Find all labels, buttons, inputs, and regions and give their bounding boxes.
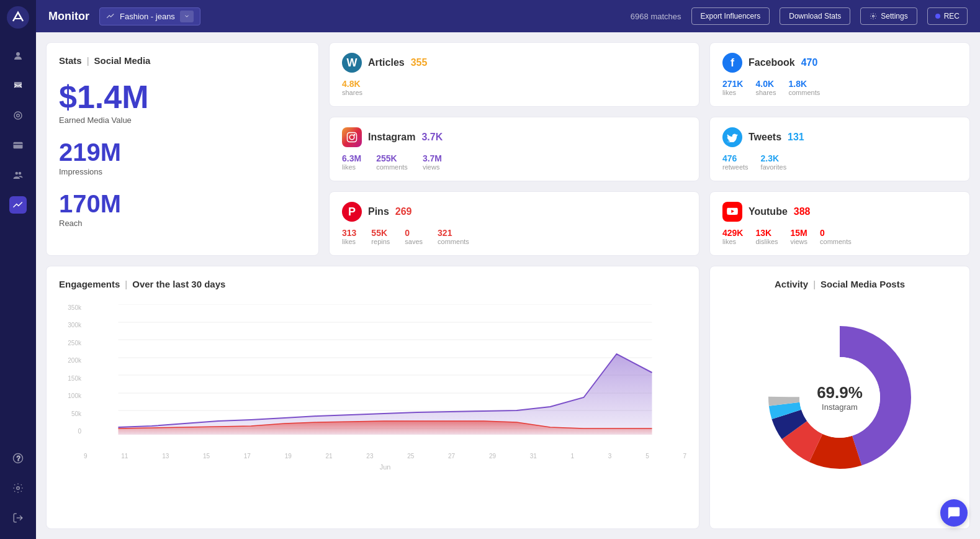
reach-label: Reach [59, 219, 306, 228]
donut-percentage: 69.9% [817, 383, 863, 402]
engagements-title: Engagements [59, 279, 120, 289]
svg-point-9 [17, 487, 20, 490]
campaign-selector[interactable]: Fashion - jeans [99, 7, 200, 25]
articles-count: 355 [411, 57, 428, 68]
pins-card: P Pins 269 313 likes 55K repins [329, 191, 699, 256]
chat-button[interactable] [940, 499, 968, 527]
youtube-header: Youtube 388 [722, 202, 957, 222]
facebook-icon: f [722, 53, 742, 73]
youtube-stats: 429K likes 13K dislikes 15M views 0 [722, 228, 957, 245]
instagram-stats: 6.3M likes 255K comments 3.7M views [342, 153, 686, 171]
twitter-icon [722, 127, 742, 147]
svg-rect-12 [348, 133, 357, 142]
youtube-name: Youtube [748, 206, 788, 217]
pins-likes: 313 likes [342, 228, 356, 245]
articles-stats: 4.8K shares [342, 79, 686, 96]
youtube-card: Youtube 388 429K likes 13K dislikes [709, 191, 970, 256]
x-axis-period: Jun [84, 463, 686, 471]
engagements-header: Engagements | Over the last 30 days [59, 279, 686, 289]
sidebar-item-monitor[interactable] [9, 196, 27, 214]
instagram-count: 3.7K [421, 132, 443, 143]
instagram-comments: 255K comments [376, 153, 408, 171]
sidebar-item-profile[interactable] [9, 47, 27, 65]
svg-point-5 [16, 172, 19, 175]
campaign-label: Fashion - jeans [120, 12, 175, 21]
impressions-label: Impressions [59, 167, 306, 176]
activity-title: Activity [775, 279, 808, 289]
tweets-retweets: 476 retweets [722, 153, 748, 171]
youtube-views: 15M views [791, 228, 808, 245]
engagements-subtitle: Over the last 30 days [132, 279, 225, 289]
emv-value: $1.4M [59, 81, 306, 113]
stats-title: Stats [59, 55, 82, 66]
tweets-card: Tweets 131 476 retweets 2.3K favorites [709, 117, 970, 181]
chat-icon [947, 506, 961, 520]
app-logo [7, 6, 29, 29]
facebook-comments: 1.8K comments [789, 79, 820, 96]
facebook-stats: 271K likes 4.0K shares 1.8K comments [722, 79, 957, 96]
sidebar-item-logout[interactable] [9, 509, 27, 527]
stats-header: Stats | Social Media [59, 55, 306, 66]
wordpress-icon: W [342, 53, 362, 73]
articles-shares: 4.8K shares [342, 79, 362, 96]
pins-count: 269 [395, 206, 412, 217]
sidebar: ? [0, 0, 36, 539]
youtube-likes: 429K likes [722, 228, 743, 245]
facebook-likes: 271K likes [722, 79, 743, 96]
sidebar-item-settings[interactable] [9, 479, 27, 497]
instagram-views: 3.7M views [423, 153, 442, 171]
content-area: Stats | Social Media $1.4M Earned Media … [36, 32, 980, 539]
facebook-header: f Facebook 470 [722, 53, 957, 73]
campaign-icon [106, 12, 115, 20]
svg-text:?: ? [17, 455, 20, 462]
app-title: Monitor [48, 10, 89, 23]
instagram-likes: 6.3M likes [342, 153, 361, 171]
facebook-card: f Facebook 470 271K likes 4.0K shares [709, 42, 970, 107]
sidebar-item-help[interactable]: ? [9, 450, 27, 467]
svg-point-6 [19, 172, 22, 175]
svg-rect-4 [14, 142, 23, 149]
reach-value: 170M [59, 191, 306, 216]
rec-dot [935, 14, 940, 19]
youtube-dislikes: 13K dislikes [755, 228, 778, 245]
tweets-header: Tweets 131 [722, 127, 957, 147]
engagements-chart [84, 304, 686, 435]
sidebar-item-inbox[interactable] [9, 77, 27, 94]
stats-card: Stats | Social Media $1.4M Earned Media … [46, 42, 319, 256]
pinterest-icon: P [342, 202, 362, 222]
sidebar-item-groups[interactable] [9, 166, 27, 184]
sidebar-item-budget[interactable] [9, 137, 27, 154]
svg-point-11 [873, 16, 874, 17]
campaign-dropdown-btn[interactable] [180, 11, 194, 22]
donut-center: 69.9% Instagram [817, 383, 863, 412]
sidebar-item-discover[interactable] [9, 107, 27, 124]
articles-header: W Articles 355 [342, 53, 686, 73]
instagram-header: Instagram 3.7K [342, 127, 686, 147]
pins-comments: 321 comments [438, 228, 469, 245]
youtube-count: 388 [794, 206, 811, 217]
youtube-icon [722, 202, 742, 222]
svg-point-0 [7, 6, 29, 29]
export-influencers-button[interactable]: Export Influencers [691, 7, 770, 25]
pins-saves: 0 saves [405, 228, 423, 245]
instagram-name: Instagram [368, 132, 415, 143]
bottom-row: Engagements | Over the last 30 days [46, 266, 970, 529]
tweets-name: Tweets [748, 132, 781, 143]
pins-header: P Pins 269 [342, 202, 686, 222]
download-stats-button[interactable]: Download Stats [780, 7, 850, 25]
instagram-card: Instagram 3.7K 6.3M likes 255K comments [329, 117, 699, 181]
svg-point-3 [17, 114, 20, 117]
youtube-comments: 0 comments [820, 228, 852, 245]
svg-point-1 [16, 52, 20, 56]
articles-name: Articles [368, 57, 405, 68]
pins-name: Pins [368, 206, 389, 217]
activity-subtitle: Social Media Posts [820, 279, 905, 289]
matches-count: 6968 matches [631, 12, 681, 21]
impressions-value: 219M [59, 140, 306, 165]
sidebar-bottom: ? [9, 450, 27, 533]
donut-label: Instagram [817, 402, 863, 412]
pins-repins: 55K repins [371, 228, 390, 245]
main-content: Monitor Fashion - jeans 6968 matches Exp… [36, 0, 980, 539]
settings-button[interactable]: Settings [860, 7, 917, 25]
rec-button[interactable]: REC [927, 7, 968, 25]
